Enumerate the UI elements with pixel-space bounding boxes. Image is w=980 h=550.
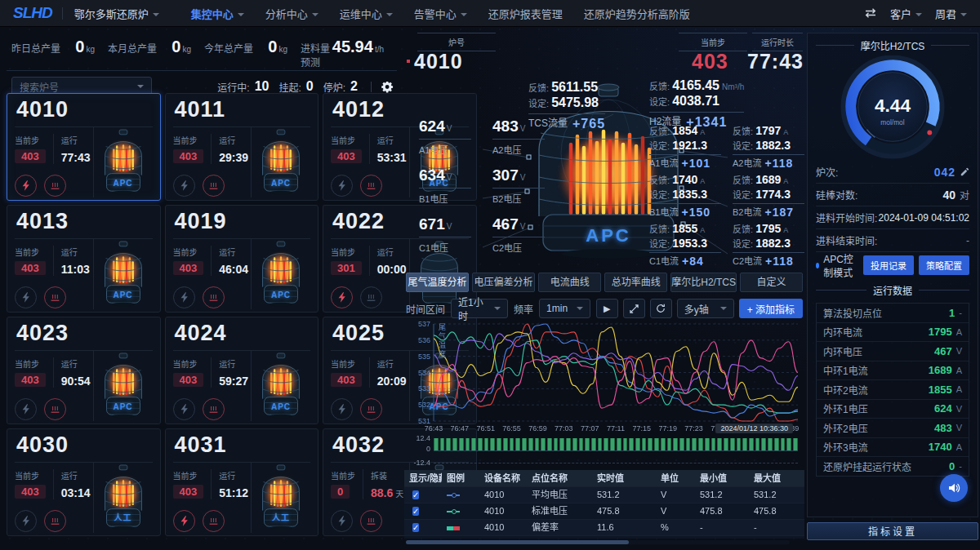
realtime-value: 11.6 — [592, 520, 656, 535]
nav-menu-item[interactable]: 分析中心 — [265, 6, 318, 21]
analysis-tab[interactable]: 自定义 — [740, 273, 803, 292]
analysis-tab[interactable]: 摩尔比H2/TCS — [670, 273, 737, 292]
visibility-checkbox[interactable]: ✓ — [412, 507, 419, 516]
scrollbar-thumb[interactable] — [406, 540, 629, 544]
realtime-value: 531.2 — [592, 487, 656, 503]
switch-icon[interactable] — [864, 7, 877, 19]
furnace-id: 4019 — [173, 208, 311, 239]
usage-record-button[interactable]: 投用记录 — [863, 255, 914, 275]
voltage-row: 624V A1电压 483V A2电压 — [419, 118, 545, 156]
nav-user-menu: 客户周君 — [890, 6, 967, 21]
refresh-icon[interactable] — [650, 299, 672, 318]
furnace-card[interactable]: 4010 当前步 403 运行 77:43 — [7, 93, 161, 201]
current-item: 反馈: 1797 A 设定: 1882.3 A2电流+118 — [733, 124, 804, 170]
time-range-label: 时间区间 — [406, 302, 445, 316]
plant-selector[interactable]: 鄂尔多斯还原炉 — [74, 6, 159, 21]
play-button[interactable]: ▶ — [596, 299, 618, 318]
analysis-tab[interactable]: 总功率曲线 — [604, 273, 667, 292]
furnace-card[interactable]: 4030 当前步 403 运行 03:14 — [7, 428, 161, 536]
frequency-select[interactable]: 1min — [539, 299, 590, 318]
furnace-card[interactable]: 4011 当前步 403 运行 29:39 — [165, 93, 319, 201]
step-badge: 403 — [331, 149, 362, 163]
runtime-value: 77:43 — [747, 50, 804, 73]
chevron-down-icon — [386, 13, 393, 16]
apc-control-row: APC控制模式 投用记录 策略配置 — [816, 252, 969, 278]
power-icon — [331, 175, 353, 197]
fullscreen-icon[interactable] — [623, 299, 645, 318]
nav-menu-item[interactable]: 告警中心 — [414, 6, 467, 21]
data-label: 外环3电流 — [823, 440, 868, 454]
analysis-tab[interactable]: 尾气温度分析 — [406, 273, 469, 292]
visibility-checkbox[interactable]: ✓ — [412, 490, 419, 499]
nav-max-label: 12.4 — [406, 434, 430, 442]
edit-icon[interactable] — [960, 167, 969, 176]
furnace-dashboard: { "nav": { "logo": "SLHD", "plant": "鄂尔多… — [0, 0, 980, 550]
trend-chart[interactable]: 尾气温度 2024/01/12 10:36:30 — [404, 320, 804, 434]
voltage-item: 467V C2电压 — [492, 215, 545, 254]
strategy-config-button[interactable]: 策略配置 — [919, 255, 969, 275]
furnace-card[interactable]: 4024 当前步 403 运行 59:27 — [165, 317, 319, 424]
furnace-card[interactable]: 4013 当前步 403 运行 11:03 — [7, 205, 161, 313]
furnace-card[interactable]: 4023 当前步 403 运行 90:54 — [7, 317, 161, 424]
point-name: 平均电压 — [527, 487, 592, 503]
stat-item: 本月总产量 0 kg — [108, 38, 204, 56]
current-row: 反馈: 1854 A 设定: 1921.3 A1电流+101 反馈: 1797 … — [649, 124, 804, 170]
furnace-no-label: 炉号 — [417, 33, 496, 51]
page-avg-value: 11.8 — [803, 520, 804, 535]
chevron-down-icon — [137, 85, 144, 88]
voltage-item: 483V A2电压 — [492, 118, 545, 156]
voltage-item: 307V B2电压 — [492, 166, 545, 205]
nav-menu-item[interactable]: 运维中心 — [340, 6, 393, 21]
table-row: ✓ 4010 偏差率 11.6 % - - 11.8 — [404, 520, 804, 536]
nav-min-label: -12.4 — [406, 459, 430, 467]
chart-tooltip: 2024/01/12 10:36:30 — [715, 424, 793, 433]
furnace-list-panel: 昨日总产量 0 kg 本月总产量 0 kg 今年总产量 0 kg 进料量预测 4… — [0, 26, 402, 550]
stat-label: 进料量预测 — [301, 41, 332, 69]
furnace-id: 4023 — [15, 320, 153, 351]
runtime-data-row: 外环2电压 483 V — [817, 419, 969, 438]
data-label: 外环1电压 — [823, 401, 868, 415]
analysis-tab[interactable]: 电压偏差分析 — [472, 273, 535, 292]
data-value: 1 — [949, 307, 955, 319]
add-metric-button[interactable]: + 添加指标 — [739, 299, 803, 318]
power-icon — [15, 286, 37, 308]
chart-navigator[interactable]: 12.4 0 -12.4 — [404, 436, 804, 467]
furnace-thumbnail: APC — [251, 127, 310, 197]
gear-icon[interactable] — [381, 81, 394, 93]
chart-controls: 时间区间 近1小时 频率 1min ▶ 多y轴 + 添加指标 — [406, 299, 803, 318]
current-step: 当前步 403 — [173, 134, 212, 164]
app-logo: SLHD — [13, 4, 52, 22]
runtime-data-row: 内环电压 467 V — [817, 342, 969, 361]
data-value: 0 — [949, 460, 955, 472]
step-value: 403 — [692, 50, 728, 73]
runtime-data-row: 外环3电流 1740 A — [817, 438, 969, 458]
time-range-select[interactable]: 近1小时 — [451, 299, 508, 318]
stat-label: 昨日总产量 — [11, 41, 60, 55]
horizontal-scrollbar[interactable] — [406, 540, 790, 544]
data-unit: V — [956, 346, 962, 356]
user-menu-item[interactable]: 周君 — [935, 6, 967, 21]
nav-menu-item[interactable]: 还原炉报表管理 — [488, 6, 563, 21]
furnace-card[interactable]: 4019 当前步 403 运行 46:04 — [165, 205, 319, 313]
nav-menu-item[interactable]: 集控中心 — [191, 6, 244, 21]
visibility-checkbox[interactable]: ✓ — [412, 523, 419, 532]
current-step: 当前步 403 — [15, 134, 53, 164]
user-menu-item[interactable]: 客户 — [890, 6, 922, 21]
furnace-card[interactable]: 4031 当前步 403 运行 51:12 — [165, 428, 319, 536]
run-time: 运行 46:04 — [211, 246, 251, 276]
multi-axis-select[interactable]: 多y轴 — [677, 299, 734, 318]
control-mode-label: APC — [252, 179, 310, 188]
metric-settings-button[interactable]: 指标设置 — [807, 522, 978, 540]
speaker-button[interactable] — [940, 474, 968, 502]
heat-icon — [360, 175, 382, 197]
nav-menu-item[interactable]: 还原炉趋势分析高阶版 — [584, 6, 690, 21]
step-badge: 403 — [173, 485, 204, 499]
navigator-bars[interactable] — [434, 438, 798, 451]
analysis-tab[interactable]: 电流曲线 — [538, 273, 601, 292]
page-avg-value: 477.1 — [803, 503, 804, 519]
data-unit: A — [956, 442, 962, 452]
h2-flow-group: 反馈: 4165.45 Nm³/h 设定: 4038.71 H2流量+1341 — [649, 78, 744, 129]
run-time: 运行 53:31 — [369, 134, 409, 164]
table-body: ✓ 4010 平均电压 531.2 V 531.2 531.2 533.5 ✓ … — [404, 487, 804, 539]
heat-icon — [44, 398, 66, 420]
